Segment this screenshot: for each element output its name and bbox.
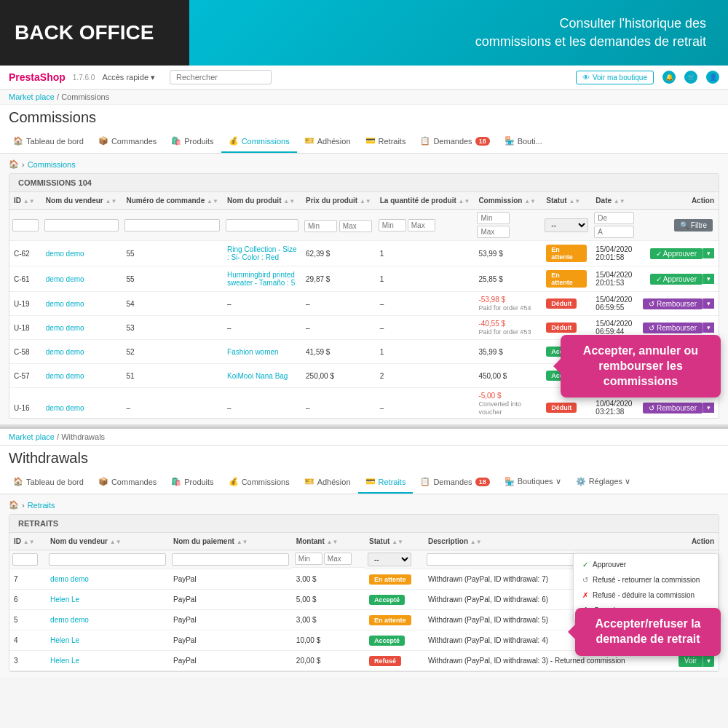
refund-dropdown[interactable]: ▾ <box>703 298 714 309</box>
wfilter-id[interactable] <box>12 553 38 566</box>
wstatus-badge: Accepté <box>369 636 405 646</box>
view-store-button[interactable]: 👁 Voir ma boutique <box>576 71 654 84</box>
filter-vendor[interactable] <box>44 219 119 232</box>
wcell-vendor[interactable]: Helen Le <box>50 657 79 665</box>
tab-tableau-de-bord[interactable]: 🏠Tableau de bord <box>6 130 91 153</box>
cell-order: 55 <box>122 241 223 266</box>
cell-product[interactable]: Fashion women <box>227 348 279 356</box>
col-product: Nom du produit ▲▼ <box>223 192 301 210</box>
filter-commission-max[interactable] <box>477 226 510 238</box>
tab-commandes[interactable]: 📦Commandes <box>91 130 164 153</box>
withdrawals-label: RETRAITS <box>18 519 58 528</box>
cart-icon[interactable]: 🛒 <box>684 71 697 84</box>
wcell-vendor[interactable]: demo demo <box>50 616 89 624</box>
status-badge: En attente <box>546 270 587 288</box>
cell-vendor[interactable]: demo demo <box>46 348 84 356</box>
dropdown-refuse-deduire[interactable]: ✗Refusé - déduire la commission <box>574 587 718 603</box>
filter-status[interactable]: -- En attente Accepté Déduit <box>545 218 588 232</box>
approve-dropdown[interactable]: ▾ <box>703 248 714 258</box>
tab2-commandes[interactable]: 📦Commandes <box>91 471 164 494</box>
filter-price-min[interactable] <box>304 220 337 232</box>
tab-boutiques[interactable]: 🏪Bouti... <box>497 130 550 153</box>
voir-dropdown-button[interactable]: ▾ <box>703 654 714 667</box>
inner-breadcrumb-link[interactable]: Commissions <box>28 160 76 169</box>
action-approve[interactable]: ✓ Approuver ▾ <box>650 248 714 259</box>
cell-product[interactable]: Hummingbird printed sweater - Tamaño : 5 <box>227 271 295 287</box>
filter-order[interactable] <box>124 219 220 232</box>
wfilter-amount-min[interactable] <box>295 553 323 565</box>
wcell-payment: PayPal <box>169 610 292 630</box>
cell-vendor[interactable]: demo demo <box>46 324 84 332</box>
tab2-demandes[interactable]: 📋Demandes18 <box>413 471 496 494</box>
tab-adhesion[interactable]: 🎫Adhésion <box>297 130 358 153</box>
user-icon[interactable]: 👤 <box>706 71 719 84</box>
notifications-icon[interactable]: 🔔 <box>662 71 676 84</box>
dropdown-refuse-retourner[interactable]: ↺Refusé - retourner la commission <box>574 572 718 587</box>
wfilter-vendor[interactable] <box>49 553 166 566</box>
breadcrumb-marketplace[interactable]: Market place <box>9 92 55 101</box>
status-badge: En attente <box>546 245 587 262</box>
voir-button[interactable]: Voir <box>678 654 703 667</box>
tab2-commissions[interactable]: 💰Commissions <box>221 471 297 494</box>
cell-product[interactable]: Ring Collection - Size : Si- Color : Red <box>227 245 297 261</box>
quick-access-menu[interactable]: Accès rapide ▾ <box>102 73 155 82</box>
voir-action-group[interactable]: Voir ▾ <box>678 654 714 667</box>
tab2-boutiques[interactable]: 🏪Boutiques ∨ <box>497 471 569 494</box>
wcol-payment: Nom du paiement ▲▼ <box>169 533 292 550</box>
filter-date-from[interactable] <box>594 212 634 224</box>
wfilter-amount-max[interactable] <box>324 553 352 565</box>
filter-button[interactable]: 🔍 Filtre <box>674 219 713 232</box>
wstatus-badge: Accepté <box>369 595 405 605</box>
filter-qty-min[interactable] <box>379 219 406 232</box>
cell-vendor[interactable]: demo demo <box>46 404 84 412</box>
inner-breadcrumb-link-2[interactable]: Retraits <box>28 501 55 510</box>
inner-breadcrumb-1: 🏠 › Commissions <box>9 159 719 169</box>
tab-demandes[interactable]: 📋Demandes18 <box>413 130 496 153</box>
cell-id: U-18 <box>9 316 41 340</box>
refund-dropdown[interactable]: ▾ <box>703 403 714 413</box>
approve-dropdown[interactable]: ▾ <box>703 274 714 284</box>
tab2-adhesion[interactable]: 🎫Adhésion <box>297 471 358 494</box>
cell-commission: -53,98 $ Paid for order #54 <box>474 292 542 316</box>
action-refund[interactable]: ↺ Rembourser ▾ <box>643 298 714 309</box>
filter-product[interactable] <box>226 219 298 232</box>
approve-button[interactable]: ✓ Approuver <box>650 274 703 285</box>
approve-button[interactable]: ✓ Approuver <box>650 248 703 259</box>
tab2-produits[interactable]: 🛍️Produits <box>164 471 221 494</box>
dropdown-approuver[interactable]: ✓Approuver <box>574 557 718 572</box>
action-refund[interactable]: ↺ Rembourser ▾ <box>643 323 714 333</box>
cell-vendor[interactable]: demo demo <box>46 250 84 258</box>
filter-commission-min[interactable] <box>477 212 510 224</box>
cell-vendor[interactable]: demo demo <box>46 300 84 308</box>
wcell-vendor[interactable]: Helen Le <box>50 596 79 604</box>
filter-qty-max[interactable] <box>408 219 435 232</box>
filter-date-to[interactable] <box>594 226 634 238</box>
breadcrumb-marketplace-2[interactable]: Market place <box>9 432 55 441</box>
cell-product[interactable]: KoiMooi Nana Bag <box>227 372 288 380</box>
tab2-reglages[interactable]: ⚙️Réglages ∨ <box>569 471 638 494</box>
action-approve[interactable]: ✓ Approuver ▾ <box>650 274 714 285</box>
tab2-retraits[interactable]: 💳Retraits <box>358 471 414 494</box>
tab2-tableau-de-bord[interactable]: 🏠Tableau de bord <box>6 471 91 494</box>
cell-id: U-16 <box>9 388 41 419</box>
refund-dropdown[interactable]: ▾ <box>703 323 714 333</box>
tab-produits[interactable]: 🛍️Produits <box>164 130 221 153</box>
wcell-vendor[interactable]: Helen Le <box>50 636 79 644</box>
refund-button[interactable]: ↺ Rembourser <box>643 323 703 333</box>
search-input[interactable] <box>170 70 272 84</box>
cell-vendor[interactable]: demo demo <box>46 275 84 283</box>
wfilter-status[interactable]: -- En attente Accepté Refusé <box>368 553 411 566</box>
wfilter-payment[interactable] <box>172 553 289 566</box>
demandes-badge: 18 <box>475 137 490 146</box>
tab-commissions[interactable]: 💰Commissions <box>221 130 297 153</box>
refund-button[interactable]: ↺ Rembourser <box>643 403 703 414</box>
filter-price-max[interactable] <box>339 220 372 232</box>
refund-button[interactable]: ↺ Rembourser <box>643 298 703 309</box>
action-refund[interactable]: ↺ Rembourser ▾ <box>643 403 714 414</box>
cell-order: 54 <box>122 292 223 316</box>
filter-id[interactable] <box>12 219 39 232</box>
wcell-vendor[interactable]: demo demo <box>50 575 89 583</box>
cell-vendor[interactable]: demo demo <box>46 372 84 380</box>
filter-row-commissions: -- En attente Accepté Déduit <box>9 210 719 241</box>
tab-retraits[interactable]: 💳Retraits <box>358 130 414 153</box>
